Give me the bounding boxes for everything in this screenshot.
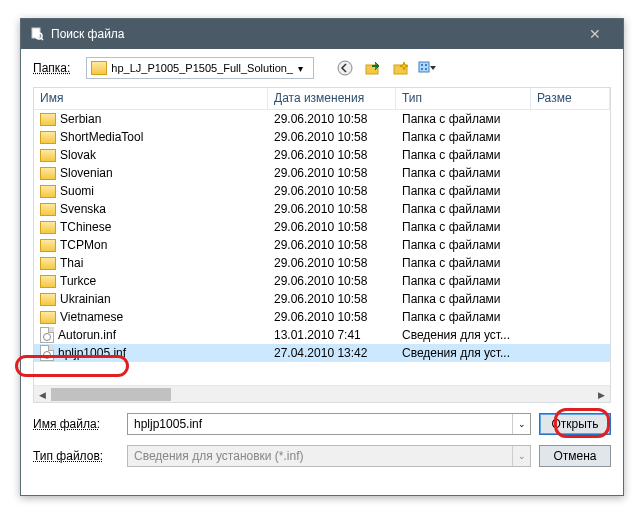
column-type[interactable]: Тип [396, 88, 531, 109]
cell-date: 29.06.2010 10:58 [268, 112, 396, 126]
chevron-down-icon[interactable]: ⌄ [512, 414, 530, 434]
file-row[interactable]: Turkce29.06.2010 10:58Папка с файлами [34, 272, 610, 290]
file-open-dialog: Поиск файла ✕ Папка: hp_LJ_P1005_P1505_F… [20, 18, 624, 496]
cell-name: Slovenian [34, 166, 268, 180]
folder-icon [40, 149, 56, 162]
view-mode-button[interactable] [418, 57, 440, 79]
folder-icon [40, 257, 56, 270]
folder-icon [40, 293, 56, 306]
cell-name: Autorun.inf [34, 327, 268, 343]
window-title: Поиск файла [51, 27, 575, 41]
cell-name: Slovak [34, 148, 268, 162]
cell-date: 29.06.2010 10:58 [268, 166, 396, 180]
cell-name: TChinese [34, 220, 268, 234]
folder-combo-text: hp_LJ_P1005_P1505_Full_Solution_ [111, 62, 293, 74]
svg-rect-7 [421, 64, 423, 66]
cell-name: Vietnamese [34, 310, 268, 324]
inf-file-icon [40, 327, 54, 343]
file-row[interactable]: Vietnamese29.06.2010 10:58Папка с файлам… [34, 308, 610, 326]
cell-date: 27.04.2010 13:42 [268, 346, 396, 360]
cell-date: 29.06.2010 10:58 [268, 130, 396, 144]
toolbar: Папка: hp_LJ_P1005_P1505_Full_Solution_ … [21, 49, 623, 87]
folder-icon [40, 185, 56, 198]
cell-type: Папка с файлами [396, 166, 531, 180]
file-row[interactable]: ShortMediaTool29.06.2010 10:58Папка с фа… [34, 128, 610, 146]
scroll-track[interactable] [51, 386, 593, 402]
file-row[interactable]: TCPMon29.06.2010 10:58Папка с файлами [34, 236, 610, 254]
cancel-button[interactable]: Отмена [539, 445, 611, 467]
filename-value: hpljp1005.inf [128, 417, 512, 431]
bottom-panel: Имя файла: hpljp1005.inf ⌄ Открыть Тип ф… [21, 403, 623, 469]
cell-date: 29.06.2010 10:58 [268, 310, 396, 324]
chevron-down-icon: ▾ [293, 63, 309, 74]
file-name-text: Autorun.inf [58, 328, 116, 342]
chevron-down-icon[interactable]: ⌄ [512, 446, 530, 466]
folder-icon [40, 239, 56, 252]
filename-input[interactable]: hpljp1005.inf ⌄ [127, 413, 531, 435]
folder-icon [40, 113, 56, 126]
column-size[interactable]: Разме [531, 88, 610, 109]
close-button[interactable]: ✕ [575, 22, 615, 46]
cell-type: Сведения для уст... [396, 346, 531, 360]
cell-date: 29.06.2010 10:58 [268, 256, 396, 270]
cell-name: Ukrainian [34, 292, 268, 306]
file-list-body[interactable]: Serbian29.06.2010 10:58Папка с файламиSh… [34, 110, 610, 385]
cell-date: 29.06.2010 10:58 [268, 202, 396, 216]
file-name-text: Turkce [60, 274, 96, 288]
column-name[interactable]: Имя [34, 88, 268, 109]
folder-icon [91, 61, 107, 75]
cell-type: Папка с файлами [396, 292, 531, 306]
cell-date: 29.06.2010 10:58 [268, 238, 396, 252]
scroll-right-icon[interactable]: ▶ [593, 386, 610, 403]
filetype-combo[interactable]: Сведения для установки (*.inf) ⌄ [127, 445, 531, 467]
file-list: Имя Дата изменения Тип Разме Serbian29.0… [33, 87, 611, 403]
up-folder-button[interactable] [362, 57, 384, 79]
file-row[interactable]: Thai29.06.2010 10:58Папка с файлами [34, 254, 610, 272]
file-name-text: Slovak [60, 148, 96, 162]
cell-type: Папка с файлами [396, 148, 531, 162]
folder-label: Папка: [33, 61, 70, 75]
back-button[interactable] [334, 57, 356, 79]
file-row[interactable]: Autorun.inf13.01.2010 7:41Сведения для у… [34, 326, 610, 344]
folder-icon [40, 275, 56, 288]
cell-date: 29.06.2010 10:58 [268, 148, 396, 162]
file-name-text: hpljp1005.inf [58, 346, 126, 360]
cell-type: Папка с файлами [396, 112, 531, 126]
file-row[interactable]: Slovenian29.06.2010 10:58Папка с файлами [34, 164, 610, 182]
svg-rect-6 [419, 62, 429, 72]
inf-file-icon [40, 345, 54, 361]
open-button[interactable]: Открыть [539, 413, 611, 435]
new-folder-button[interactable] [390, 57, 412, 79]
file-row[interactable]: Ukrainian29.06.2010 10:58Папка с файлами [34, 290, 610, 308]
file-row[interactable]: Serbian29.06.2010 10:58Папка с файлами [34, 110, 610, 128]
cell-date: 13.01.2010 7:41 [268, 328, 396, 342]
file-name-text: Slovenian [60, 166, 113, 180]
file-name-text: Vietnamese [60, 310, 123, 324]
cell-type: Папка с файлами [396, 274, 531, 288]
cell-type: Папка с файлами [396, 310, 531, 324]
cell-date: 29.06.2010 10:58 [268, 184, 396, 198]
file-row[interactable]: Slovak29.06.2010 10:58Папка с файлами [34, 146, 610, 164]
cell-date: 29.06.2010 10:58 [268, 274, 396, 288]
column-date[interactable]: Дата изменения [268, 88, 396, 109]
filename-label: Имя файла: [33, 417, 119, 431]
cell-name: TCPMon [34, 238, 268, 252]
horizontal-scrollbar[interactable]: ◀ ▶ [34, 385, 610, 402]
file-name-text: Svenska [60, 202, 106, 216]
file-row[interactable]: Suomi29.06.2010 10:58Папка с файлами [34, 182, 610, 200]
titlebar: Поиск файла ✕ [21, 19, 623, 49]
folder-combo[interactable]: hp_LJ_P1005_P1505_Full_Solution_ ▾ [86, 57, 314, 79]
cell-date: 29.06.2010 10:58 [268, 220, 396, 234]
filetype-label: Тип файлов: [33, 449, 119, 463]
file-row-selected[interactable]: hpljp1005.inf27.04.2010 13:42Сведения дл… [34, 344, 610, 362]
folder-icon [40, 167, 56, 180]
cell-type: Сведения для уст... [396, 328, 531, 342]
cell-name: hpljp1005.inf [34, 345, 268, 361]
cell-name: Suomi [34, 184, 268, 198]
file-name-text: Suomi [60, 184, 94, 198]
scroll-left-icon[interactable]: ◀ [34, 386, 51, 403]
file-row[interactable]: Svenska29.06.2010 10:58Папка с файлами [34, 200, 610, 218]
scroll-thumb[interactable] [51, 388, 171, 401]
file-row[interactable]: TChinese29.06.2010 10:58Папка с файлами [34, 218, 610, 236]
folder-icon [40, 131, 56, 144]
